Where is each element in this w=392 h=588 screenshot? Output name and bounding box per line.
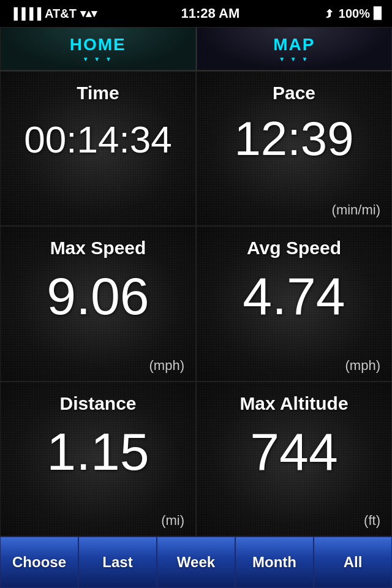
metric-max-speed-unit: (mph) xyxy=(149,358,184,374)
metric-avg-speed-title: Avg Speed xyxy=(247,238,341,258)
choose-button[interactable]: Choose xyxy=(0,537,78,588)
metric-pace-title: Pace xyxy=(273,83,315,104)
metric-time-value: 00:14:34 xyxy=(24,121,172,159)
metric-avg-speed: Avg Speed 4.74 (mph) xyxy=(196,226,392,381)
metric-distance: Distance 1.15 (mi) xyxy=(0,382,196,537)
status-right: ⮭ 100% ▉ xyxy=(324,7,382,21)
metric-time: Time 00:14:34 xyxy=(0,71,196,226)
metric-distance-title: Distance xyxy=(59,393,136,414)
status-bar: ▐▐▐▐ AT&T ▾▴▾ 11:28 AM ⮭ 100% ▉ xyxy=(0,0,392,27)
metrics-grid: Time 00:14:34 Pace 12:39 (min/mi) Max Sp… xyxy=(0,71,392,537)
metric-pace: Pace 12:39 (min/mi) xyxy=(196,71,392,226)
metric-max-speed: Max Speed 9.06 (mph) xyxy=(0,226,196,381)
all-button[interactable]: All xyxy=(314,537,392,588)
time-display: 11:28 AM xyxy=(181,6,239,21)
tab-home-label: HOME xyxy=(70,35,126,55)
last-button[interactable]: Last xyxy=(78,537,157,588)
battery-label: 100% xyxy=(339,7,370,21)
metric-avg-speed-unit: (mph) xyxy=(345,358,380,374)
tab-home[interactable]: HOME ▼ ▼ ▼ xyxy=(0,27,196,70)
location-icon: ⮭ xyxy=(324,7,335,20)
nav-tabs: HOME ▼ ▼ ▼ MAP ▼ ▼ ▼ xyxy=(0,27,392,71)
metric-avg-speed-value: 4.74 xyxy=(243,270,345,322)
metric-pace-unit: (min/mi) xyxy=(332,202,380,218)
week-button[interactable]: Week xyxy=(157,537,235,588)
month-button[interactable]: Month xyxy=(235,537,314,588)
metric-max-altitude-title: Max Altitude xyxy=(239,393,348,414)
status-left: ▐▐▐▐ AT&T ▾▴▾ xyxy=(10,7,97,21)
wifi-icon: ▾▴▾ xyxy=(80,7,97,20)
tab-home-dots: ▼ ▼ ▼ xyxy=(83,56,113,62)
metric-max-speed-value: 9.06 xyxy=(47,270,149,322)
metric-distance-unit: (mi) xyxy=(161,513,184,529)
tab-map-dots: ▼ ▼ ▼ xyxy=(279,56,309,62)
signal-icon: ▐▐▐▐ xyxy=(10,7,41,20)
metric-distance-value: 1.15 xyxy=(47,425,149,478)
tab-map-label: MAP xyxy=(273,35,315,55)
battery-icon: ▉ xyxy=(374,7,382,20)
metric-time-title: Time xyxy=(77,83,119,104)
metric-pace-value: 12:39 xyxy=(234,115,353,162)
metric-max-altitude-unit: (ft) xyxy=(364,513,380,529)
carrier-label: AT&T xyxy=(45,7,77,21)
metric-max-altitude: Max Altitude 744 (ft) xyxy=(196,382,392,537)
bottom-toolbar: Choose Last Week Month All xyxy=(0,537,392,588)
metric-max-speed-title: Max Speed xyxy=(50,238,146,258)
metric-max-altitude-value: 744 xyxy=(250,425,338,478)
tab-map[interactable]: MAP ▼ ▼ ▼ xyxy=(197,27,393,70)
